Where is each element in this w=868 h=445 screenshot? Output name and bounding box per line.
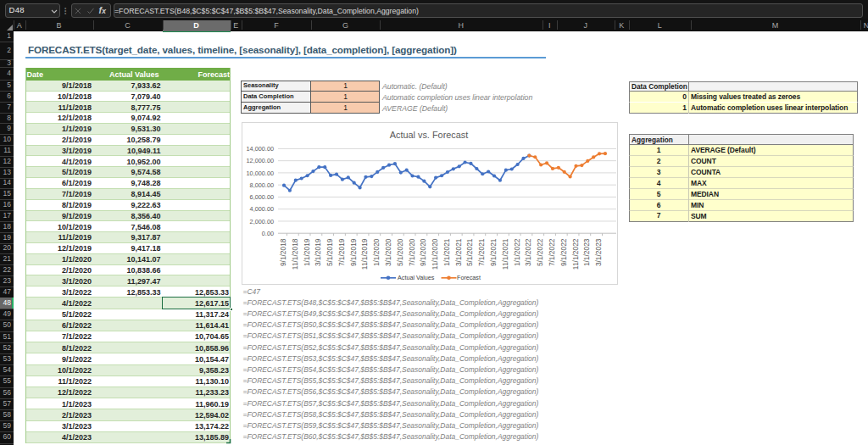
svg-text:0.00: 0.00 — [261, 229, 273, 236]
svg-text:9/1/2022: 9/1/2022 — [559, 238, 567, 266]
svg-text:1/1/2019: 1/1/2019 — [302, 238, 310, 266]
svg-text:3/1/2020: 3/1/2020 — [384, 238, 392, 266]
svg-text:5/1/2022: 5/1/2022 — [536, 238, 544, 266]
svg-text:3/1/2021: 3/1/2021 — [453, 238, 462, 266]
svg-text:1/1/2020: 1/1/2020 — [372, 238, 381, 266]
svg-text:8,000.00: 8,000.00 — [249, 181, 273, 188]
svg-text:4,000.00: 4,000.00 — [249, 205, 273, 213]
svg-text:3/1/2023: 3/1/2023 — [594, 238, 603, 266]
svg-text:5/1/2020: 5/1/2020 — [395, 238, 403, 266]
svg-text:12,000.00: 12,000.00 — [246, 157, 273, 164]
svg-text:11/1/2019: 11/1/2019 — [360, 238, 369, 270]
svg-text:Actual vs. Forecast: Actual vs. Forecast — [389, 130, 468, 140]
svg-text:Forecast: Forecast — [457, 274, 481, 281]
svg-text:7/1/2021: 7/1/2021 — [477, 238, 486, 266]
svg-text:3/1/2019: 3/1/2019 — [314, 238, 322, 266]
svg-text:7/1/2020: 7/1/2020 — [407, 238, 415, 266]
svg-text:7/1/2022: 7/1/2022 — [547, 238, 555, 266]
svg-text:1/1/2023: 1/1/2023 — [582, 238, 591, 266]
svg-text:11/1/2018: 11/1/2018 — [290, 238, 298, 270]
svg-text:7/1/2019: 7/1/2019 — [337, 238, 345, 266]
svg-text:14,000.00: 14,000.00 — [246, 145, 273, 153]
svg-text:5/1/2021: 5/1/2021 — [465, 238, 474, 266]
svg-text:1/1/2021: 1/1/2021 — [442, 238, 450, 266]
svg-text:3/1/2022: 3/1/2022 — [524, 238, 532, 266]
svg-text:10,000.00: 10,000.00 — [246, 169, 273, 176]
svg-text:1/1/2022: 1/1/2022 — [512, 238, 520, 266]
svg-text:11/1/2020: 11/1/2020 — [431, 238, 439, 270]
svg-text:9/1/2021: 9/1/2021 — [489, 238, 498, 266]
svg-text:6,000.00: 6,000.00 — [249, 193, 273, 201]
svg-text:11/1/2021: 11/1/2021 — [500, 238, 509, 270]
svg-text:Actual Values: Actual Values — [398, 274, 435, 281]
svg-text:9/1/2019: 9/1/2019 — [348, 238, 357, 266]
svg-text:9/1/2018: 9/1/2018 — [279, 238, 287, 266]
svg-text:5/1/2019: 5/1/2019 — [326, 238, 334, 266]
svg-text:2,000.00: 2,000.00 — [249, 217, 273, 225]
svg-text:11/1/2022: 11/1/2022 — [570, 238, 579, 270]
svg-text:9/1/2020: 9/1/2020 — [419, 238, 427, 266]
